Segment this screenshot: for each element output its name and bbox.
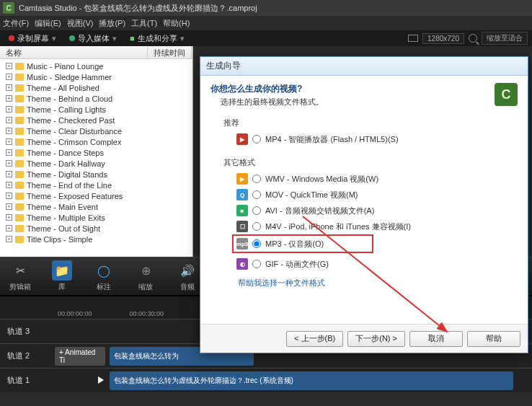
clip-bin-item[interactable]: +Theme - Multiple Exits (0, 212, 192, 223)
folder-icon (15, 95, 24, 102)
clip-item-label: Theme - Behind a Cloud (27, 94, 112, 103)
tool-label: 音频 (180, 282, 195, 292)
col-name[interactable]: 名称 (0, 46, 148, 58)
help-format-link[interactable]: 帮助我选择一种文件格式 (238, 278, 325, 288)
clip-item-label: Music - Sledge Hammer (27, 73, 112, 81)
next-button[interactable]: 下一步(N) > (347, 331, 405, 347)
expand-icon[interactable]: + (6, 117, 12, 123)
preview-size[interactable]: 1280x720 (422, 33, 464, 44)
expand-icon[interactable]: + (6, 160, 12, 167)
section-other: 其它格式 (223, 157, 518, 168)
folder-icon (15, 193, 24, 200)
wmv-icon: ▶ (236, 173, 248, 185)
produce-share-button[interactable]: ■生成和分享▾ (125, 32, 189, 45)
clip-bin-item[interactable]: +Theme - Behind a Cloud (0, 93, 192, 104)
menu-play[interactable]: 播放(P) (99, 18, 125, 29)
radio-gif[interactable] (252, 260, 261, 268)
folder-icon (15, 117, 24, 124)
expand-icon[interactable]: + (6, 171, 12, 177)
menu-help[interactable]: 帮助(H) (163, 18, 190, 29)
expand-icon[interactable]: + (6, 203, 12, 210)
expand-icon[interactable]: + (6, 84, 12, 91)
dialog-footer: < 上一步(B) 下一步(N) > 取消 帮助 (200, 324, 528, 353)
expand-icon[interactable]: + (6, 63, 12, 69)
selected-highlight: mp3 MP3 - 仅音频(O) (232, 234, 373, 253)
clip-bin-item[interactable]: +Theme - Dance Steps (0, 147, 192, 158)
clip-bin-item[interactable]: +Theme - Dark Hallway (0, 158, 192, 169)
tool-zoom[interactable]: ⊕缩放 (131, 260, 160, 292)
folder-icon (15, 63, 24, 70)
option-label: AVI - 音频视频交错视频文件(A) (265, 206, 374, 216)
format-option-mov[interactable]: Q MOV - QuickTime 视频(M) (236, 187, 518, 203)
help-button[interactable]: 帮助 (467, 331, 520, 347)
expand-icon[interactable]: + (6, 74, 12, 80)
clip-bin-item[interactable]: +Theme - Crimson Complex (0, 136, 192, 147)
clip-bin-item[interactable]: +Theme - Main Event (0, 201, 192, 212)
expand-icon[interactable]: + (6, 193, 12, 199)
cancel-button[interactable]: 取消 (409, 331, 463, 347)
back-button[interactable]: < 上一步(B) (286, 331, 343, 347)
format-option-avi[interactable]: ■ AVI - 音频视频交错视频文件(A) (236, 203, 518, 219)
radio-mp3[interactable] (252, 239, 261, 248)
format-option-mp4[interactable]: ▶ MP4 - 智能播放器 (Flash / HTML5)(S) (236, 131, 518, 147)
clip-bin-item[interactable]: +Theme - Clear Disturbance (0, 125, 192, 136)
clip-bin-item[interactable]: +Theme - Digital Stands (0, 169, 192, 180)
tool-library[interactable]: 📁库 (48, 260, 76, 292)
expand-icon[interactable]: + (6, 214, 12, 221)
track-label[interactable]: 轨道 3 (0, 326, 50, 337)
clip-bin-item[interactable]: +Theme - Out of Sight (0, 223, 192, 234)
expand-icon[interactable]: + (6, 236, 12, 242)
clip-bin-item[interactable]: +Music - Piano Lounge (0, 61, 192, 71)
format-option-m4v[interactable]: ☐ M4V - iPod, iPhone 和 iTunes 兼容视频(I) (236, 219, 518, 234)
import-icon (69, 35, 75, 41)
format-option-gif[interactable]: ◐ GIF - 动画文件(G) (236, 256, 518, 272)
callout-icon: ◯ (94, 260, 114, 281)
expand-icon[interactable]: + (6, 106, 12, 112)
track-label[interactable]: 轨道 1 (0, 375, 50, 386)
clip-item-label: Title Clips - Simple (27, 235, 92, 244)
menu-file[interactable]: 文件(F) (3, 18, 29, 29)
clip-bin-item[interactable]: +Title Clips - Simple (0, 234, 192, 244)
track-label[interactable]: 轨道 2 (0, 350, 50, 361)
radio-wmv[interactable] (252, 175, 261, 183)
tool-callouts[interactable]: ◯标注 (89, 260, 118, 292)
radio-avi[interactable] (252, 206, 261, 215)
timeline-clip[interactable]: + Animated Ti (55, 347, 105, 366)
tool-label: 库 (58, 282, 66, 292)
format-option-wmv[interactable]: ▶ WMV - Windows Media 视频(W) (236, 171, 518, 187)
expand-icon[interactable]: + (6, 225, 12, 231)
title-bar: C Camtasia Studio - 包装盒线稿怎么转为虚线及外轮廓描边？.c… (0, 0, 532, 16)
menu-edit[interactable]: 编辑(E) (35, 18, 61, 29)
radio-mp4[interactable] (252, 135, 261, 144)
expand-icon[interactable]: + (6, 95, 12, 102)
clip-bin-item[interactable]: +Theme - Checkered Past (0, 115, 192, 125)
menu-view[interactable]: 视图(V) (67, 18, 94, 29)
clip-bin-item[interactable]: +Theme - Exposed Features (0, 190, 192, 201)
m4v-icon: ☐ (236, 221, 248, 232)
expand-icon[interactable]: + (6, 128, 12, 134)
record-screen-button[interactable]: 录制屏幕▾ (4, 32, 61, 45)
clip-bin-item[interactable]: +Theme - All Polished (0, 82, 192, 93)
timeline-clip[interactable]: 包装盒线稿怎么转为虚线及外轮廓描边？.trec (系统音频) (110, 371, 513, 390)
format-option-mp3[interactable]: mp3 MP3 - 仅音频(O) (236, 237, 369, 250)
folder-icon (15, 138, 24, 146)
import-label: 导入媒体 (78, 33, 110, 44)
dialog-title-bar[interactable]: 生成向导 (200, 57, 528, 76)
import-media-button[interactable]: 导入媒体▾ (65, 32, 121, 45)
col-time[interactable]: 持续时间 (148, 46, 192, 58)
folder-icon (15, 149, 24, 156)
menu-tools[interactable]: 工具(T) (131, 18, 157, 29)
clip-bin-item[interactable]: +Music - Sledge Hammer (0, 71, 192, 82)
clip-bin-item[interactable]: +Theme - End of the Line (0, 180, 192, 190)
expand-icon[interactable]: + (6, 149, 12, 156)
radio-m4v[interactable] (252, 222, 261, 231)
expand-icon[interactable]: + (6, 182, 12, 188)
tool-clip-bin[interactable]: ✂剪辑箱 (6, 260, 35, 292)
tool-audio[interactable]: 🔊音频 (173, 260, 202, 292)
expand-icon[interactable]: + (6, 138, 12, 145)
clip-item-label: Music - Piano Lounge (27, 62, 103, 71)
track-body[interactable]: 包装盒线稿怎么转为虚线及外轮廓描边？.trec (系统音频) (50, 369, 532, 392)
shrink-fit[interactable]: 缩放至适合 (482, 32, 528, 45)
clip-bin-item[interactable]: +Theme - Calling Lights (0, 104, 192, 115)
radio-mov[interactable] (252, 190, 261, 199)
